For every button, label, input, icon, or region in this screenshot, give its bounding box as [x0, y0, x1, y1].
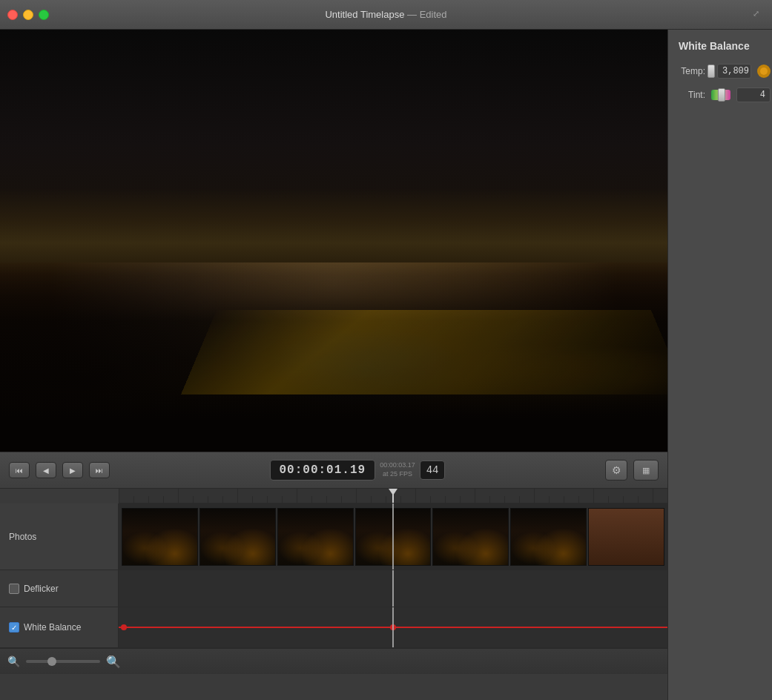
step-back-button[interactable]: ◀ — [36, 462, 56, 478]
photos-track: Photos — [0, 503, 667, 570]
tint-label: Tint: — [679, 90, 705, 100]
temp-slider-thumb[interactable] — [707, 65, 715, 78]
close-button[interactable] — [7, 10, 18, 20]
film-thumb-3 — [277, 508, 354, 566]
deflicker-playhead — [392, 570, 394, 607]
white-balance-track: ✓ White Balance — [0, 607, 667, 648]
tint-slider-thumb[interactable] — [718, 88, 725, 102]
road — [181, 310, 667, 394]
temp-row: Temp: 3,809 — [679, 64, 771, 79]
timeline-area: Photos — [0, 489, 667, 700]
film-thumb-2 — [199, 508, 276, 566]
tint-slider[interactable] — [711, 90, 730, 100]
wb-track-content[interactable] — [119, 607, 667, 647]
wb-checkbox[interactable]: ✓ — [9, 622, 19, 633]
frame-count: 44 — [420, 460, 446, 480]
filmstrip-view-button[interactable]: ▦ — [633, 460, 659, 481]
left-panel: ⏮ ◀ ▶ ⏭ 00:00:01.19 00:00:03.17 at 25 FP… — [0, 30, 667, 700]
video-preview — [0, 30, 667, 452]
wb-keyframe-start[interactable] — [121, 624, 127, 630]
minimize-button[interactable] — [23, 10, 33, 20]
bottom-toolbar: 🔍 🔍 — [0, 648, 667, 674]
title-status: Edited — [420, 9, 447, 20]
wb-playhead — [392, 607, 394, 647]
zoom-button[interactable] — [39, 10, 49, 20]
right-panel: White Balance Temp: 3,809 Tint: 4 — [667, 30, 772, 700]
film-thumb-6 — [510, 508, 587, 566]
preview-area — [0, 30, 667, 452]
traffic-lights — [7, 10, 49, 20]
zoom-in-icon[interactable]: 🔍 — [106, 655, 121, 669]
zoom-slider-thumb[interactable] — [47, 657, 56, 666]
deflicker-track-content — [119, 570, 667, 607]
photos-label-text: Photos — [9, 532, 36, 542]
go-to-start-button[interactable]: ⏮ — [9, 462, 30, 478]
photos-playhead — [392, 503, 394, 569]
title-separator: — — [404, 9, 419, 20]
go-to-end-button[interactable]: ⏭ — [89, 462, 110, 478]
temp-value[interactable]: 3,809 — [717, 64, 751, 79]
film-thumb-5 — [432, 508, 509, 566]
ruler-playhead[interactable] — [392, 489, 394, 503]
photos-track-content[interactable] — [119, 503, 667, 569]
temp-auto-button[interactable] — [757, 65, 771, 78]
film-thumb-7 — [588, 508, 664, 566]
main-timecode[interactable]: 00:00:01.19 — [270, 460, 376, 481]
titlebar: Untitled Timelapse — Edited ⤢ — [0, 0, 772, 30]
window-title: Untitled Timelapse — Edited — [325, 9, 446, 20]
transport-bar: ⏮ ◀ ▶ ⏭ 00:00:01.19 00:00:03.17 at 25 FP… — [0, 452, 667, 489]
deflicker-track: Deflicker — [0, 570, 667, 607]
zoom-out-icon[interactable]: 🔍 — [7, 656, 20, 667]
deflicker-label-text: Deflicker — [24, 584, 59, 594]
fps-label: at 25 FPS — [383, 470, 412, 478]
main-container: ⏮ ◀ ▶ ⏭ 00:00:01.19 00:00:03.17 at 25 FP… — [0, 30, 772, 700]
zoom-slider[interactable] — [26, 660, 100, 663]
tint-row: Tint: 4 — [679, 88, 771, 102]
expand-icon[interactable]: ⤢ — [753, 9, 765, 21]
wb-label-text: White Balance — [24, 622, 81, 633]
wb-track-label: ✓ White Balance — [0, 607, 119, 647]
title-name: Untitled Timelapse — [325, 9, 404, 20]
auto-btn-inner — [760, 67, 768, 75]
timeline-ruler — [119, 489, 667, 503]
secondary-time-value: 00:00:03.17 — [380, 461, 415, 469]
temp-label: Temp: — [679, 66, 705, 76]
photos-track-label: Photos — [0, 503, 119, 569]
film-thumb-1 — [122, 508, 198, 566]
wb-panel-title: White Balance — [679, 40, 771, 52]
secondary-timecode: 00:00:03.17 at 25 FPS — [380, 461, 415, 478]
tint-value[interactable]: 4 — [736, 88, 771, 102]
deflicker-checkbox[interactable] — [9, 584, 19, 594]
play-button[interactable]: ▶ — [62, 462, 83, 478]
timecode-display: 00:00:01.19 00:00:03.17 at 25 FPS 44 — [116, 460, 599, 481]
deflicker-track-label: Deflicker — [0, 570, 119, 607]
settings-button[interactable]: ⚙ — [605, 460, 627, 481]
